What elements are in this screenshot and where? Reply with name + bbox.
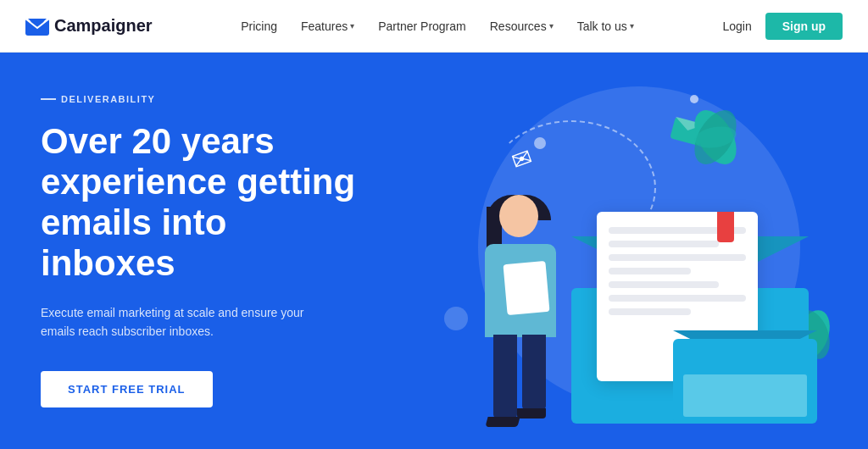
envelope-small bbox=[673, 330, 817, 424]
logo-icon bbox=[25, 17, 49, 36]
nav-actions: Login Sign up bbox=[722, 13, 843, 40]
hero-subtitle: Execute email marketing at scale and ens… bbox=[41, 303, 329, 341]
deco-circle-1 bbox=[534, 137, 546, 149]
nav-talk-to-us[interactable]: Talk to us ▾ bbox=[577, 19, 634, 33]
person-left-foot bbox=[485, 417, 520, 427]
resources-dropdown-arrow: ▾ bbox=[549, 21, 554, 30]
logo[interactable]: Campaigner bbox=[25, 16, 153, 36]
hero-illustration: ✉ bbox=[359, 53, 868, 449]
doc-line-4 bbox=[609, 268, 691, 274]
nav-links: Pricing Features ▾ Partner Program Resou… bbox=[241, 19, 634, 33]
navbar: Campaigner Pricing Features ▾ Partner Pr… bbox=[0, 0, 868, 53]
signup-button[interactable]: Sign up bbox=[765, 13, 843, 40]
nav-partner-program[interactable]: Partner Program bbox=[378, 19, 465, 33]
doc-line-5 bbox=[609, 281, 719, 288]
hero-title: Over 20 years experience getting emails … bbox=[41, 121, 356, 285]
leaf-decoration-top bbox=[682, 103, 749, 171]
person-item bbox=[503, 261, 549, 315]
person-head bbox=[499, 195, 538, 237]
dash-icon bbox=[41, 98, 56, 100]
small-envelope-inner bbox=[683, 374, 807, 417]
small-envelope-body bbox=[673, 339, 817, 424]
start-trial-button[interactable]: START FREE TRIAL bbox=[41, 371, 213, 407]
nav-resources[interactable]: Resources ▾ bbox=[490, 19, 554, 33]
person-left-leg bbox=[493, 335, 517, 419]
talk-dropdown-arrow: ▾ bbox=[630, 21, 634, 30]
hero-section: DELIVERABILITY Over 20 years experience … bbox=[0, 53, 868, 449]
doc-line-3 bbox=[609, 254, 746, 261]
doc-line-6 bbox=[609, 295, 746, 302]
envelope-main bbox=[546, 237, 817, 424]
person-right-foot bbox=[517, 408, 546, 419]
person-illustration bbox=[461, 195, 580, 449]
doc-line-7 bbox=[609, 308, 691, 315]
person-right-leg bbox=[522, 335, 546, 411]
nav-features[interactable]: Features ▾ bbox=[301, 19, 354, 33]
logo-text: Campaigner bbox=[54, 16, 153, 36]
bookmark-icon bbox=[717, 212, 734, 242]
login-link[interactable]: Login bbox=[722, 19, 751, 33]
deliverability-tag: DELIVERABILITY bbox=[41, 94, 356, 104]
features-dropdown-arrow: ▾ bbox=[350, 21, 354, 30]
deco-circle-3 bbox=[690, 95, 698, 103]
doc-line-2 bbox=[609, 241, 719, 247]
nav-pricing[interactable]: Pricing bbox=[241, 19, 277, 33]
hero-content: DELIVERABILITY Over 20 years experience … bbox=[0, 94, 356, 408]
